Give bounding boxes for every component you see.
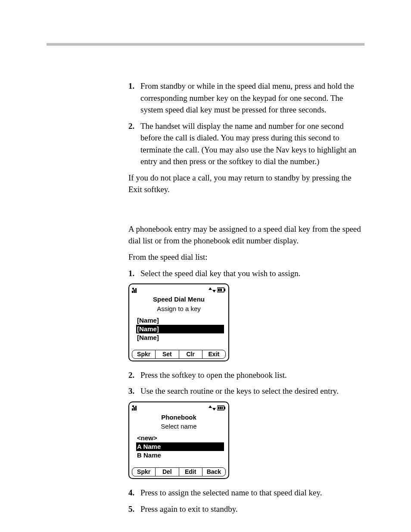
- step-text: Press again to exit to standby.: [140, 504, 238, 513]
- up-down-arrows-icon: [209, 405, 216, 411]
- step-number: 2.: [128, 369, 134, 381]
- screen-subtitle: Assign to a key: [132, 304, 226, 314]
- status-bar: [132, 404, 226, 412]
- header-divider: [47, 43, 364, 46]
- screen-list: [Name] [Name] [Name]: [132, 316, 226, 342]
- svg-rect-10: [132, 408, 133, 411]
- svg-point-3: [132, 287, 134, 289]
- steps-list-d: 4. Press to assign the selected name to …: [128, 487, 364, 515]
- document-content: 1. From standby or while in the speed di…: [47, 80, 364, 515]
- softkey-del[interactable]: Del: [156, 468, 179, 476]
- step-c3: 3. Use the search routine or the keys to…: [128, 385, 364, 397]
- battery-icon: [217, 287, 226, 292]
- step-number: 5.: [128, 503, 134, 515]
- paragraph-b2: From the speed dial list:: [128, 251, 364, 263]
- step-c2: 2. Press the softkey to open the phonebo…: [128, 369, 364, 381]
- svg-rect-7: [224, 289, 225, 291]
- list-item: B Name: [136, 451, 224, 460]
- up-down-arrows-icon: [209, 287, 216, 292]
- svg-rect-0: [132, 291, 133, 293]
- screen-title: Phonebook: [132, 413, 226, 422]
- screen-subtitle: Select name: [132, 422, 226, 431]
- softkey-exit[interactable]: Exit: [202, 350, 225, 358]
- list-item-selected: A Name: [136, 442, 224, 451]
- svg-rect-11: [134, 407, 135, 411]
- status-bar: [132, 286, 226, 294]
- step-text: Use the search routine or the keys to se…: [140, 386, 339, 395]
- step-number: 1.: [128, 268, 134, 280]
- svg-marker-14: [209, 405, 212, 408]
- svg-rect-19: [220, 407, 221, 409]
- step-number: 4.: [128, 487, 134, 499]
- softkey-spkr[interactable]: Spkr: [132, 468, 156, 476]
- step-number: 3.: [128, 385, 134, 397]
- softkey-clr[interactable]: Clr: [179, 350, 202, 358]
- paragraph-b1: A phonebook entry may be assigned to a s…: [128, 223, 364, 247]
- step-text: Press to assign the selected name to tha…: [140, 488, 322, 497]
- svg-rect-2: [135, 288, 137, 293]
- step-a1: 1. From standby or while in the speed di…: [128, 80, 364, 116]
- svg-marker-15: [212, 408, 216, 411]
- paragraph-after-a: If you do not place a call, you may retu…: [128, 172, 364, 196]
- step-number: 1.: [128, 80, 134, 92]
- step-text: Press the softkey to open the phonebook …: [140, 370, 287, 380]
- svg-rect-17: [224, 407, 225, 409]
- svg-rect-18: [218, 407, 219, 409]
- step-b1: 1. Select the speed dial key that you wi…: [128, 268, 364, 280]
- svg-rect-1: [134, 289, 135, 293]
- svg-rect-9: [220, 289, 222, 291]
- svg-rect-12: [135, 406, 137, 411]
- battery-icon: [217, 405, 226, 411]
- svg-rect-20: [221, 407, 223, 409]
- softkey-set[interactable]: Set: [156, 350, 179, 358]
- step-a2: 2. The handset will display the name and…: [128, 120, 364, 168]
- screen-list: <new> A Name B Name: [132, 434, 226, 460]
- list-item: <new>: [136, 434, 224, 442]
- list-item: [Name]: [136, 333, 224, 342]
- softkey-bar: Spkr Del Edit Back: [132, 467, 226, 476]
- svg-rect-8: [218, 289, 220, 291]
- steps-list-b: 1. Select the speed dial key that you wi…: [128, 268, 364, 280]
- svg-marker-5: [212, 290, 216, 292]
- step-d4: 4. Press to assign the selected name to …: [128, 487, 364, 499]
- svg-marker-4: [209, 287, 212, 290]
- list-item-selected: [Name]: [136, 325, 224, 333]
- step-text: Select the speed dial key that you wish …: [140, 269, 300, 278]
- step-text: From standby or while in the speed dial …: [140, 81, 354, 114]
- list-item: [Name]: [136, 316, 224, 325]
- steps-list-a: 1. From standby or while in the speed di…: [128, 80, 364, 168]
- phone-screen-speed-dial: Speed Dial Menu Assign to a key [Name] […: [128, 283, 364, 361]
- screen-title: Speed Dial Menu: [132, 295, 226, 304]
- phone-screen-phonebook: Phonebook Select name <new> A Name B Nam…: [128, 401, 364, 479]
- steps-list-c: 2. Press the softkey to open the phonebo…: [128, 369, 364, 397]
- softkey-edit[interactable]: Edit: [179, 468, 202, 476]
- softkey-bar: Spkr Set Clr Exit: [132, 350, 226, 359]
- signal-icon: [132, 405, 140, 411]
- softkey-spkr[interactable]: Spkr: [132, 350, 156, 358]
- step-number: 2.: [128, 120, 134, 132]
- signal-icon: [132, 287, 140, 293]
- step-text: The handset will display the name and nu…: [140, 121, 356, 166]
- svg-point-13: [132, 405, 134, 407]
- step-d5: 5. Press again to exit to standby.: [128, 503, 364, 515]
- softkey-back[interactable]: Back: [202, 468, 225, 476]
